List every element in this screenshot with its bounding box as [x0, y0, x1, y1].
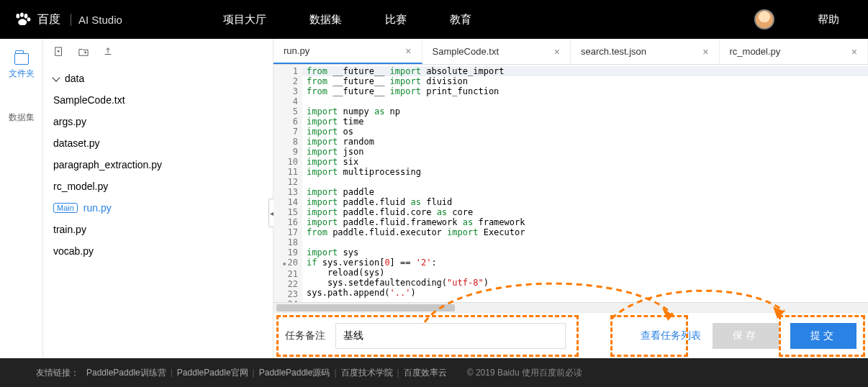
new-file-icon[interactable] [53, 47, 65, 57]
top-nav: 百度 AI Studio 项目大厅数据集比赛教育 帮助 [0, 0, 868, 39]
tab-label: search.test.json [581, 46, 646, 57]
svg-point-0 [16, 14, 19, 18]
dataset-icon [14, 97, 29, 109]
avatar[interactable] [754, 9, 774, 29]
studio-text: AI Studio [71, 14, 122, 26]
workarea: ◀ run.py×SampleCode.txt×search.test.json… [273, 39, 868, 358]
tree-file-main[interactable]: Mainrun.py [43, 197, 273, 219]
folder-icon [14, 53, 29, 65]
task-bar: 任务备注 查看任务列表 保存 提交 [273, 312, 868, 358]
file-tree: dataSampleCode.txtargs.pydataset.pyparag… [43, 39, 273, 358]
nav-item[interactable]: 项目大厅 [223, 13, 266, 27]
tree-file[interactable]: rc_model.py [43, 176, 273, 197]
close-icon[interactable]: × [405, 45, 411, 57]
nav-item[interactable]: 比赛 [385, 13, 407, 27]
tree-file[interactable]: SampleCode.txt [43, 89, 273, 111]
tree-file[interactable]: vocab.py [43, 240, 273, 262]
rail-datasets-label: 数据集 [9, 112, 35, 122]
nav-item[interactable]: 数据集 [309, 13, 342, 27]
tree-file[interactable]: paragraph_extraction.py [43, 154, 273, 176]
close-icon[interactable]: × [702, 46, 708, 58]
code-editor[interactable]: 123456789101112131415161718192021222324 … [273, 65, 868, 302]
rail-files[interactable]: 文件夹 [0, 53, 42, 80]
footer-link[interactable]: PaddlePaddle源码 [259, 368, 330, 378]
submit-button[interactable]: 提交 [790, 323, 856, 349]
footer: 友情链接： PaddlePaddle训练营|PaddlePaddle官网|Pad… [0, 358, 868, 387]
upload-icon[interactable] [102, 47, 114, 57]
editor-tab[interactable]: rc_model.py× [720, 39, 869, 64]
brand-text: 百度 [37, 12, 60, 27]
footer-label: 友情链接： [36, 367, 79, 379]
tree-toolbar [43, 39, 273, 65]
code-area[interactable]: from __future__ import absolute_importfr… [302, 65, 868, 302]
close-icon[interactable]: × [851, 46, 857, 58]
svg-point-2 [24, 14, 28, 18]
baidu-paw-icon [14, 12, 32, 27]
tree-folder[interactable]: data [43, 68, 273, 89]
footer-link[interactable]: PaddlePaddle训练营 [86, 368, 166, 378]
editor-tabs: run.py×SampleCode.txt×search.test.json×r… [273, 39, 868, 65]
help-link[interactable]: 帮助 [818, 13, 839, 27]
svg-point-3 [27, 17, 31, 22]
footer-link[interactable]: 百度效率云 [404, 368, 447, 378]
editor-tab[interactable]: SampleCode.txt× [422, 39, 571, 64]
task-note-input[interactable] [335, 323, 566, 349]
tree-file[interactable]: args.py [43, 111, 273, 132]
new-folder-icon[interactable] [78, 47, 89, 57]
nav-item[interactable]: 教育 [450, 13, 471, 27]
editor-tab[interactable]: run.py× [273, 39, 422, 64]
footer-link[interactable]: PaddlePaddle官网 [177, 368, 248, 378]
editor-tab[interactable]: search.test.json× [571, 39, 720, 64]
tab-label: rc_model.py [730, 46, 781, 57]
line-gutter: 123456789101112131415161718192021222324 [273, 65, 302, 302]
editor-hscroll[interactable] [273, 302, 868, 312]
tree-file[interactable]: train.py [43, 219, 273, 240]
view-task-list-link[interactable]: 查看任务列表 [641, 329, 701, 342]
tab-label: SampleCode.txt [433, 46, 499, 57]
left-rail: 文件夹 数据集 [0, 39, 43, 358]
close-icon[interactable]: × [554, 46, 560, 58]
task-note-label: 任务备注 [285, 329, 325, 342]
main-badge: Main [53, 203, 78, 213]
footer-copyright: © 2019 Baidu 使用百度前必读 [467, 367, 582, 379]
svg-point-1 [20, 12, 24, 17]
rail-datasets[interactable]: 数据集 [0, 97, 42, 124]
tab-label: run.py [284, 45, 309, 56]
logo[interactable]: 百度 AI Studio [14, 12, 122, 27]
footer-link[interactable]: 百度技术学院 [341, 368, 393, 378]
rail-files-label: 文件夹 [9, 68, 35, 78]
main-area: 文件夹 数据集 dataSampleCode.txtargs.pydataset… [0, 39, 868, 358]
save-button[interactable]: 保存 [713, 323, 779, 349]
chevron-down-icon [52, 73, 60, 81]
tree-file[interactable]: dataset.py [43, 132, 273, 154]
